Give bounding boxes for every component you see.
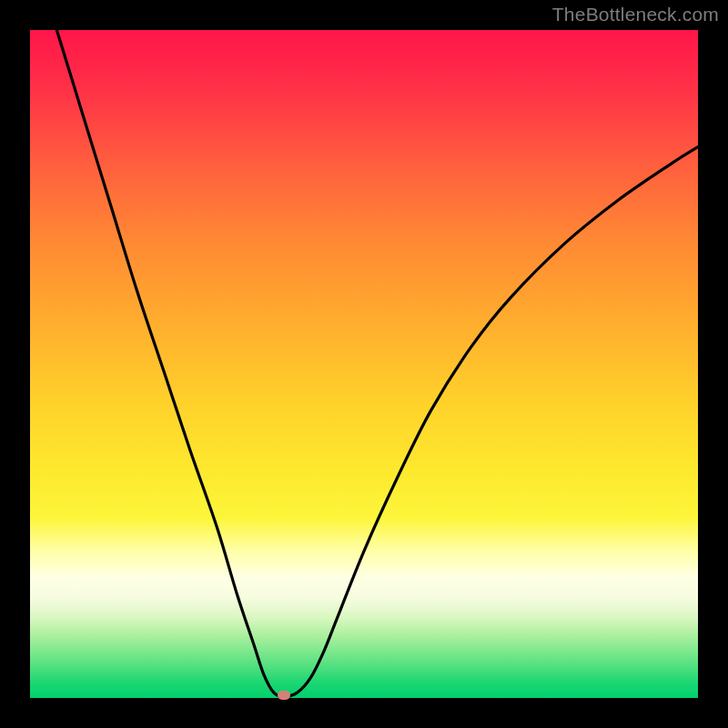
- chart-frame: TheBottleneck.com: [0, 0, 728, 728]
- curve-svg: [30, 30, 698, 698]
- watermark-text: TheBottleneck.com: [552, 4, 719, 25]
- plot-area: [30, 30, 698, 698]
- bottleneck-curve-path: [56, 30, 698, 697]
- minimum-marker: [278, 691, 290, 700]
